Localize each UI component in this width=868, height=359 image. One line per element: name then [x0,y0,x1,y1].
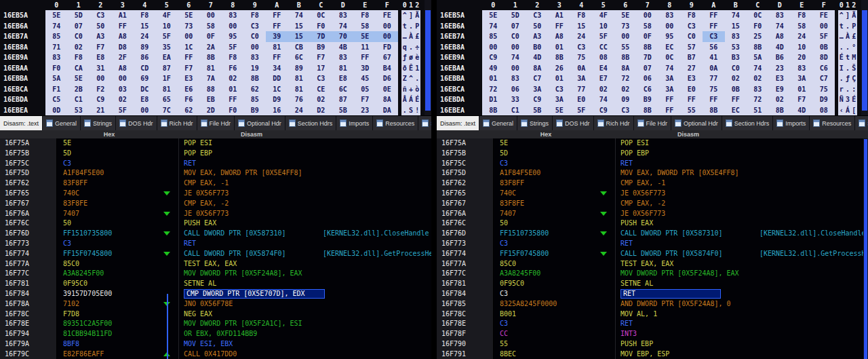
hex-byte[interactable]: E7 [593,73,615,84]
ascii-char[interactable]: ø [408,52,414,63]
hex-byte[interactable]: 83 [658,10,681,21]
ascii-char[interactable]: ‹ [838,105,844,116]
hex-byte[interactable]: 24 [570,31,593,42]
hex-byte[interactable]: E8 [90,52,112,63]
disasm-row[interactable]: 16F76283F8FFCMP EAX, -1 [0,178,431,189]
hex-byte[interactable]: 2F [112,52,134,63]
hex-byte[interactable]: 5E [482,10,505,21]
hex-byte[interactable]: 5B [332,105,355,116]
hex-byte[interactable]: 23 [769,63,791,74]
tab-section-hdrs[interactable]: Section Hdrs [722,116,774,130]
hex-byte[interactable]: 0C [310,10,332,21]
hex-byte[interactable]: FE [813,10,835,21]
hex-byte[interactable]: 74 [747,63,769,74]
ascii-char[interactable]: £ [414,31,420,42]
hex-byte[interactable]: 10 [593,21,615,32]
hex-byte[interactable]: 07 [637,63,659,74]
hex-byte[interactable]: FF [681,94,703,105]
hex-byte[interactable]: 74 [769,21,791,32]
hex-byte[interactable]: 74 [593,94,615,105]
hex-byte[interactable]: C6 [813,63,835,74]
hex-byte[interactable]: CD [134,63,156,74]
ascii-char[interactable]: Ç [851,73,857,84]
hex-byte[interactable]: FF [222,94,244,105]
ascii-char[interactable]: t [401,21,408,32]
hex-byte[interactable]: F0 [222,105,244,116]
hex-byte[interactable]: F1 [45,84,68,95]
hex-byte[interactable]: F0 [45,63,68,74]
hex-byte[interactable]: C3 [703,31,725,42]
hex-byte[interactable]: 8B [769,105,791,116]
hex-byte[interactable]: 58 [791,21,813,32]
hex-byte[interactable]: 8B [637,105,659,116]
hex-byte[interactable]: FF [266,52,288,63]
hex-byte[interactable]: 00 [376,31,399,42]
hex-byte[interactable]: 00 [178,31,200,42]
hex-byte[interactable]: 81 [200,63,222,74]
hex-byte[interactable]: 4D [791,105,813,116]
ascii-char[interactable]: Á [408,94,414,105]
hex-byte[interactable]: FF [725,94,747,105]
hex-byte[interactable]: 8B [747,42,769,53]
hex-byte[interactable]: 5F [222,42,244,53]
hex-byte[interactable]: 20 [791,52,813,63]
ascii-char[interactable]: . [844,63,850,74]
hex-byte[interactable]: FF [266,10,288,21]
ascii-char[interactable]: 1 [414,63,420,74]
hex-byte[interactable]: F7 [354,94,376,105]
hex-byte[interactable]: 2B [68,84,90,95]
ascii-char[interactable]: I [838,63,844,74]
hex-byte[interactable]: E8 [332,73,355,84]
hex-byte[interactable]: 62 [178,105,200,116]
hex-byte[interactable]: 58 [637,21,659,32]
hex-byte[interactable]: CC [593,42,615,53]
hex-byte[interactable]: 73 [178,21,200,32]
hex-byte[interactable]: 2D [200,105,222,116]
hex-byte[interactable]: 3A [526,84,549,95]
disasm-row[interactable]: 16F79481CBB94B11FDOR EBX, 0XFD114BB9 [0,329,431,339]
hex-byte[interactable]: 5E [354,31,376,42]
hex-byte[interactable]: 0A [570,63,593,74]
disasm-row[interactable]: 16F78E89351C2A5F00MOV DWORD PTR [0X5F2A1… [0,319,431,329]
ascii-char[interactable]: . [844,42,850,53]
hex-byte[interactable]: 72 [482,84,505,95]
tab-resources[interactable]: Resources [373,116,418,130]
hex-byte[interactable]: C0 [68,31,90,42]
hex-byte[interactable]: 81 [156,84,178,95]
hex-byte[interactable]: 51 [747,105,769,116]
hex-byte[interactable]: C6 [637,84,659,95]
hex-byte[interactable]: 83 [725,31,747,42]
hex-byte[interactable]: C9 [482,52,505,63]
hex-byte[interactable]: 02 [222,73,244,84]
hex-byte[interactable]: EC [658,42,681,53]
hex-byte[interactable]: 5E [549,105,571,116]
disasm-row[interactable]: 16F76DFF1510735800CALL DWORD PTR [0X5873… [437,229,868,239]
ascii-char[interactable]: ^ [408,73,414,84]
hex-byte[interactable]: 31 [90,63,112,74]
hex-byte[interactable]: C7 [813,73,835,84]
hex-byte[interactable]: 81 [266,42,288,53]
hex-byte[interactable]: C9 [593,105,615,116]
hex-byte[interactable]: F8 [570,10,593,21]
hex-byte[interactable]: B4 [376,63,399,74]
hex-byte[interactable]: 41 [703,52,725,63]
ascii-char[interactable]: . [844,84,850,95]
hex-byte[interactable]: 7A [200,73,222,84]
hex-byte[interactable]: 3D [354,63,376,74]
hex-byte[interactable]: 57 [681,42,703,53]
hex-byte[interactable]: 53 [68,105,90,116]
hex-byte[interactable]: 5F [156,31,178,42]
hex-byte[interactable]: 5F [813,31,835,42]
tab-section-hdrs[interactable]: Section Hdrs [285,116,337,130]
disasm-scrollbar[interactable] [863,138,868,359]
hex-byte[interactable]: F2 [90,84,112,95]
ascii-char[interactable]: Z [401,73,408,84]
hex-byte[interactable]: FF [658,105,681,116]
tab-strings[interactable]: Strings [81,116,116,130]
hex-byte[interactable]: 24 [134,31,156,42]
hex-byte[interactable]: 00 [90,73,112,84]
hex-byte[interactable]: B3 [725,52,747,63]
hex-byte[interactable]: B0 [526,42,549,53]
hex-byte[interactable]: 02 [68,42,90,53]
hex-byte[interactable]: F8 [134,10,156,21]
